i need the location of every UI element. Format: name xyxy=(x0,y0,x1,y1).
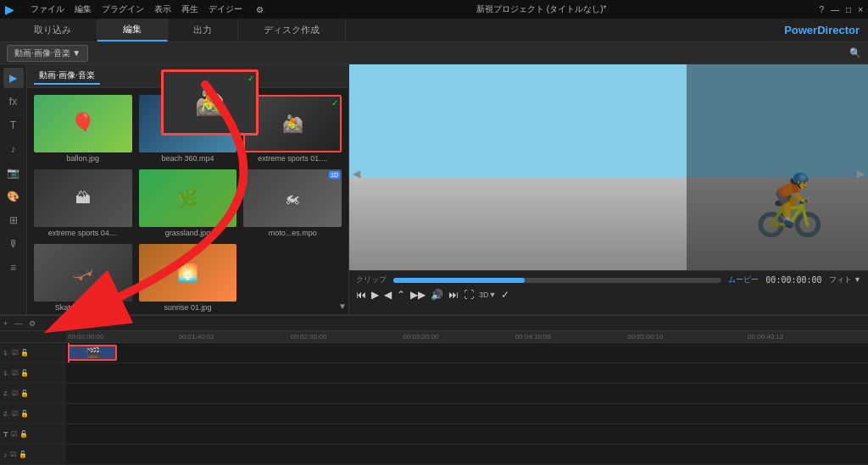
media-thumb-skate: 🛹 xyxy=(34,244,132,302)
drag-preview-thumb: 🚵 ✓ xyxy=(161,69,259,136)
media-item-extreme2[interactable]: 🏔 extreme sports 04.... xyxy=(34,169,132,237)
next-frame-btn[interactable]: ⏭ xyxy=(448,289,459,301)
track-content-title[interactable] xyxy=(66,424,868,444)
close-button[interactable]: × xyxy=(858,5,863,14)
sidebar-menu-icon[interactable]: ≡ xyxy=(3,257,24,278)
track-label-1: 1. ☑ 🔓 xyxy=(0,343,66,363)
sidebar-fx-icon[interactable]: fx xyxy=(3,91,24,112)
minimize-button[interactable]: — xyxy=(831,5,839,14)
ruler-4: 00:04:10;08 xyxy=(515,333,551,340)
prev-frame-btn[interactable]: ⏮ xyxy=(356,289,366,301)
fit-label[interactable]: フィト ▼ xyxy=(829,274,861,285)
mark-in-btn[interactable]: ⌃ xyxy=(397,289,405,301)
tab-import[interactable]: 取り込み xyxy=(8,19,97,41)
sidebar-photo-icon[interactable]: 📷 xyxy=(3,163,24,183)
play-btn[interactable]: ▶ xyxy=(371,289,379,301)
timeline-area: + — ⚙ 00:00:00;00 00:01:40;02 00:02:30;0… xyxy=(0,314,868,465)
media-label-extreme2: extreme sports 04.... xyxy=(34,229,132,237)
menu-file[interactable]: ファイル xyxy=(31,3,64,15)
track-check-audio[interactable]: ☑ xyxy=(10,451,16,458)
sidebar-audio-icon[interactable]: ♪ xyxy=(3,139,24,159)
media-thumb-extreme2: 🏔 xyxy=(34,169,132,227)
sidebar-voice-icon[interactable]: 🎙 xyxy=(3,234,24,254)
track-check-2b[interactable]: ☑ xyxy=(12,410,18,418)
3d-btn[interactable]: 3D▼ xyxy=(479,291,496,299)
track-content-audio[interactable] xyxy=(66,445,868,464)
track-clip-1[interactable]: 🎬 xyxy=(68,345,117,361)
maximize-button[interactable]: □ xyxy=(846,5,851,14)
track-lock-audio[interactable]: 🔓 xyxy=(19,451,27,458)
media-item-grassland[interactable]: 🌿 grassland.jpg xyxy=(139,169,237,237)
track-content-2b[interactable] xyxy=(66,404,868,423)
menu-view[interactable]: 表示 xyxy=(154,3,171,15)
timeline-tracks: 1. ☑ 🔓 🎬 1. ☑ 🔓 2. xyxy=(0,343,868,465)
track-label-audio: ♪ ☑ 🔓 xyxy=(0,445,66,464)
menu-edit[interactable]: 編集 xyxy=(75,3,92,15)
timeline-header: + — ⚙ xyxy=(0,316,868,331)
sidebar-color-icon[interactable]: 🎨 xyxy=(3,186,24,207)
track-content-1b[interactable] xyxy=(66,363,868,383)
title-bar: ▶ ファイル 編集 プラグイン 表示 再生 デイジー ⚙ 新視プロジェクト (タ… xyxy=(0,0,868,19)
media-item-balloon[interactable]: 🎈 ballon.jpg xyxy=(34,95,132,163)
next-btn[interactable]: ◀ xyxy=(384,289,392,301)
menu-plugin[interactable]: プラグイン xyxy=(102,3,144,15)
preview-scroll-icon[interactable]: ◀ xyxy=(353,168,360,180)
media-thumb-moto: 🏍 1D xyxy=(243,169,342,227)
content-tab-media[interactable]: 動画·画像·音楽 xyxy=(34,68,100,85)
sidebar-title-icon[interactable]: T xyxy=(3,115,24,136)
sub-toolbar: 動画·画像·音楽 ▼ 🔍 xyxy=(0,42,868,64)
menu-play[interactable]: 再生 xyxy=(181,3,198,15)
media-filter-button[interactable]: 動画·画像·音楽 ▼ xyxy=(7,45,88,62)
tab-edit[interactable]: 編集 xyxy=(97,19,168,42)
track-check-1[interactable]: ☑ xyxy=(12,349,18,357)
media-label-moto: moto...es.mpo xyxy=(243,229,342,237)
track-check-title[interactable]: ☑ xyxy=(11,430,17,438)
vol-btn[interactable]: 🔊 xyxy=(431,289,443,301)
settings-gear[interactable]: ⚙ xyxy=(256,5,264,14)
preview-scroll-right[interactable]: ▶ xyxy=(857,168,865,180)
project-title: 新視プロジェクト (タイトルなし)* xyxy=(264,3,820,15)
track-check-2[interactable]: ☑ xyxy=(12,390,18,397)
preview-progress-fill xyxy=(393,278,525,283)
track-num-1: 1. xyxy=(3,349,9,357)
track-content-1[interactable]: 🎬 xyxy=(66,343,868,363)
tab-output[interactable]: 出力 xyxy=(168,19,238,41)
media-label-grassland: grassland.jpg xyxy=(139,229,237,237)
ruler-5: 00:05:00;10 xyxy=(627,333,663,340)
scroll-down-icon[interactable]: ▼ xyxy=(338,302,347,311)
timeline-zoom-out[interactable]: — xyxy=(14,319,22,328)
sidebar-pip-icon[interactable]: ⊞ xyxy=(3,210,24,230)
main-content-upper: ▶ fx T ♪ 📷 🎨 ⊞ 🎙 ≡ 動画·画像·音楽 🎈 ballon.jpg… xyxy=(0,64,868,314)
media-thumb-grassland: 🌿 xyxy=(139,169,237,227)
media-item-sunrise[interactable]: 🌅 sunrise 01.jpg xyxy=(139,244,237,312)
track-lock-2b[interactable]: 🔓 xyxy=(20,410,29,418)
track-check-1b[interactable]: ☑ xyxy=(12,369,18,377)
drag-preview-check: ✓ xyxy=(248,74,254,83)
timeline-ruler-row: 00:00:00;00 00:01:40;02 00:02:30;06 00:0… xyxy=(0,331,868,343)
preview-progress-bar[interactable] xyxy=(393,278,721,283)
tab-disc[interactable]: ディスク作成 xyxy=(238,19,346,41)
track-label-title: T ☑ 🔓 xyxy=(0,424,66,444)
media-label-sunrise: sunrise 01.jpg xyxy=(139,303,237,312)
help-button[interactable]: ? xyxy=(820,5,825,14)
media-thumb-balloon: 🎈 xyxy=(34,95,132,152)
check-btn[interactable]: ✓ xyxy=(501,289,509,301)
menu-settings[interactable]: デイジー xyxy=(209,3,242,15)
fullscreen-btn[interactable]: ⛶ xyxy=(464,289,474,301)
media-item-skate[interactable]: 🛹 Skateboard.mp4 xyxy=(34,244,132,312)
track-lock-1[interactable]: 🔓 xyxy=(20,349,29,357)
timecode: 00:00:00:00 xyxy=(765,275,821,285)
track-content-2[interactable] xyxy=(66,384,868,403)
search-icon[interactable]: 🔍 xyxy=(849,47,861,58)
timeline-zoom-in[interactable]: + xyxy=(3,319,8,328)
media-item-moto[interactable]: 🏍 1D moto...es.mpo xyxy=(243,169,342,237)
media-label-skate: Skateboard.mp4 xyxy=(34,303,132,312)
slow-btn[interactable]: ▶▶ xyxy=(410,289,426,301)
timeline-settings[interactable]: ⚙ xyxy=(29,319,36,328)
track-lock-1b[interactable]: 🔓 xyxy=(20,369,29,377)
ruler-3: 00:03:20;00 xyxy=(403,333,438,340)
track-lock-2[interactable]: 🔓 xyxy=(20,390,29,397)
sidebar-media-icon[interactable]: ▶ xyxy=(3,68,24,88)
track-num-2b: 2. xyxy=(3,410,9,418)
track-lock-title[interactable]: 🔓 xyxy=(19,430,28,438)
